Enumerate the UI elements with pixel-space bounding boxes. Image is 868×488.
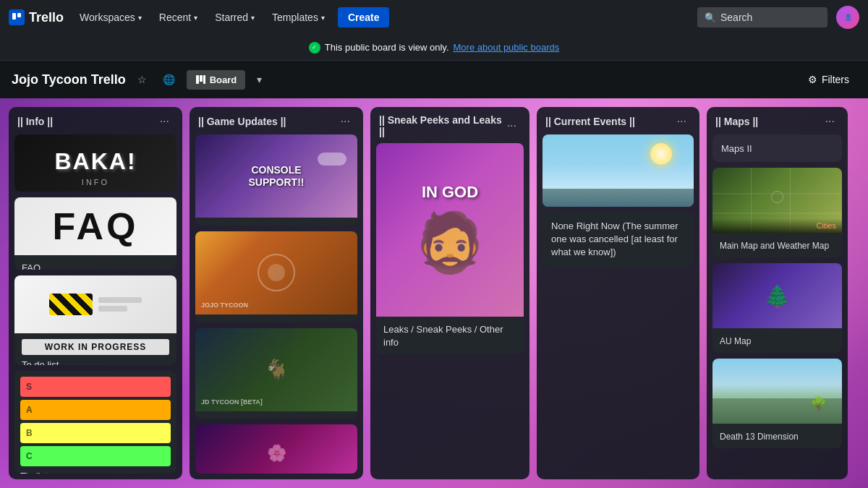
column-maps-header: || Maps || ··· xyxy=(707,107,848,134)
workspaces-button[interactable]: Workspaces ▾ xyxy=(72,7,149,27)
maps2-label: Maps II xyxy=(721,143,752,154)
create-button[interactable]: Create xyxy=(338,7,390,27)
columns-container: || Info || ··· BAKA! INFO FAQ xyxy=(0,98,868,488)
sneak-peeks-label: Leaks / Sneak Peeks / Other info xyxy=(383,324,503,348)
tier-c-bar: C xyxy=(20,446,171,466)
column-maps: || Maps || ··· Maps II xyxy=(707,107,848,479)
death13-label: Death 13 Dimension xyxy=(720,432,799,442)
column-sneak-peeks-menu-button[interactable]: ··· xyxy=(503,119,521,133)
card-au-map[interactable]: 🌲 AU Map xyxy=(712,263,842,353)
svg-rect-0 xyxy=(12,13,16,20)
jojo-beta-watermark: JD TYCOON [BETA] xyxy=(201,398,263,406)
announcement-bar: ✓ This public board is view only. More a… xyxy=(0,35,868,61)
in-god-text: IN GOD xyxy=(414,183,486,202)
baka-title-text: BAKA! xyxy=(54,148,136,175)
svg-rect-4 xyxy=(203,75,205,84)
person-emoji: 🧔 xyxy=(414,209,486,277)
recent-button[interactable]: Recent ▾ xyxy=(152,7,205,27)
au-map-label: AU Map xyxy=(720,336,751,346)
column-maps-title: || Maps || xyxy=(715,116,758,127)
faq-text: FAQ xyxy=(53,205,139,248)
goat-emoji: 🐐 xyxy=(264,358,289,382)
search-icon: 🔍 xyxy=(705,12,716,23)
search-placeholder: Search xyxy=(720,12,752,23)
board-canvas: || Info || ··· BAKA! INFO FAQ xyxy=(0,98,868,488)
column-info-header: || Info || ··· xyxy=(9,107,182,134)
tier-s-bar: S xyxy=(20,377,171,397)
filters-button[interactable]: ⚙ Filters xyxy=(801,69,856,90)
column-maps-menu-button[interactable]: ··· xyxy=(821,114,839,129)
column-game-updates-header: || Game Updates || ··· xyxy=(190,107,363,134)
board-header: Jojo Tycoon Trello ☆ 🌐 Board ▾ ⚙ Filters xyxy=(0,61,868,98)
column-info-menu-button[interactable]: ··· xyxy=(156,114,174,129)
column-info: || Info || ··· BAKA! INFO FAQ xyxy=(9,107,182,479)
column-current-events-title: || Current Events || xyxy=(545,116,635,127)
svg-rect-7 xyxy=(321,158,328,160)
trello-icon xyxy=(9,9,25,25)
top-navigation: Trello Workspaces ▾ Recent ▾ Starred ▾ T… xyxy=(0,0,868,35)
card-jesus-sneak[interactable]: IN GOD 🧔 Leaks / Sneak Peeks / Other inf… xyxy=(376,143,524,354)
baka-sub-text: INFO xyxy=(82,178,109,187)
column-sneak-peeks-header: || Sneak Peeks and Leaks || ··· xyxy=(370,107,529,143)
water-graphic xyxy=(542,189,694,207)
board-icon xyxy=(195,74,205,85)
faq-label: FAQ xyxy=(22,262,41,270)
trello-wordmark: Trello xyxy=(29,10,64,25)
card-last-update[interactable]: 🌸 xyxy=(195,424,357,474)
board-menu-button[interactable]: ▾ xyxy=(252,71,266,88)
card-goat-game[interactable]: 🐐 JD TYCOON [BETA] 02/08/2024 xyxy=(195,328,357,419)
main-map-label: Main Map and Weather Map xyxy=(720,241,829,251)
trello-logo[interactable]: Trello xyxy=(9,9,64,25)
flower-emoji: 🌸 xyxy=(267,444,286,463)
board-view-button[interactable]: Board xyxy=(187,70,246,90)
avatar[interactable]: 👤 xyxy=(836,6,859,29)
card-baka[interactable]: BAKA! INFO xyxy=(14,134,176,192)
no-events-text: None Right Now (The summer one was cance… xyxy=(551,221,678,257)
column-maps-cards: Maps II C xyxy=(707,134,848,479)
controller-icon xyxy=(314,145,350,171)
tree-silhouette: 🌳 xyxy=(809,395,827,413)
search-box[interactable]: 🔍 Search xyxy=(697,7,827,27)
wip-label-text: WORK IN PROGRESS xyxy=(22,339,169,355)
card-maps2[interactable]: Maps II xyxy=(712,134,842,162)
starred-button[interactable]: Starred ▾ xyxy=(208,7,262,27)
card-death13[interactable]: 🌳 Death 13 Dimension xyxy=(712,359,842,448)
svg-point-16 xyxy=(772,192,783,203)
column-current-events: || Current Events || ··· None Right Now … xyxy=(537,107,699,479)
chevron-down-icon: ▾ xyxy=(138,14,142,22)
jojo-watermark: JOJO TYCOON xyxy=(201,301,248,309)
tier-b-bar: B xyxy=(20,423,171,443)
svg-rect-1 xyxy=(17,13,21,17)
announce-text: This public board is view only. xyxy=(325,42,449,53)
visibility-button[interactable]: 🌐 xyxy=(158,71,179,88)
card-no-events[interactable]: None Right Now (The summer one was cance… xyxy=(542,213,694,267)
card-main-map[interactable]: Cities Main Map and Weather Map xyxy=(712,168,842,257)
card-tierlists[interactable]: S A B C Tierlists xyxy=(14,371,176,474)
column-info-title: || Info || xyxy=(17,116,53,127)
wip-sublabel: To do list xyxy=(22,359,59,364)
column-game-updates-title: || Game Updates || xyxy=(198,116,286,127)
chevron-down-icon: ▾ xyxy=(251,14,255,22)
tierlists-label: Tierlists xyxy=(20,471,52,474)
card-faq[interactable]: FAQ FAQ xyxy=(14,197,176,270)
console-support-text: CONSOLESUPPORT!! xyxy=(249,164,305,189)
card-wip[interactable]: WORK IN PROGRESS To do list xyxy=(14,275,176,364)
tier-a-bar: A xyxy=(20,400,171,420)
star-button[interactable]: ☆ xyxy=(133,71,151,88)
templates-button[interactable]: Templates ▾ xyxy=(265,7,332,27)
column-game-updates-menu-button[interactable]: ··· xyxy=(336,114,354,129)
card-purple-game[interactable]: JOJO TYCOON 25/08/2024 xyxy=(195,231,357,322)
purple-game-date: 25/08/2024 xyxy=(203,322,250,322)
card-sky[interactable] xyxy=(542,134,694,207)
filter-icon: ⚙ xyxy=(808,74,817,85)
svg-rect-2 xyxy=(196,75,199,84)
column-current-events-menu-button[interactable]: ··· xyxy=(673,114,691,129)
svg-rect-3 xyxy=(200,75,203,82)
column-info-cards: BAKA! INFO FAQ FAQ xyxy=(9,134,182,479)
public-boards-link[interactable]: More about public boards xyxy=(454,42,560,53)
board-title[interactable]: Jojo Tycoon Trello xyxy=(12,72,126,87)
sun-graphic xyxy=(650,143,672,165)
chevron-down-icon: ▾ xyxy=(321,14,325,22)
card-console-support[interactable]: CONSOLESUPPORT!! 11/09/2024 xyxy=(195,134,357,226)
column-sneak-peeks-cards: IN GOD 🧔 Leaks / Sneak Peeks / Other inf… xyxy=(370,143,529,479)
